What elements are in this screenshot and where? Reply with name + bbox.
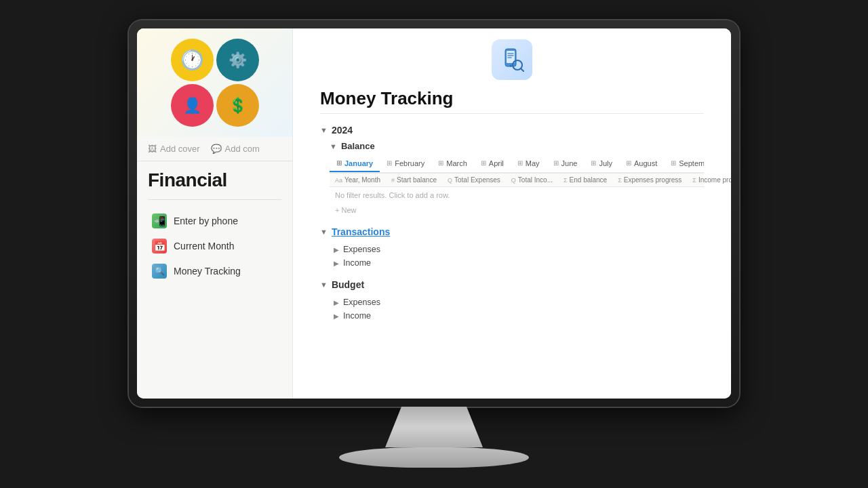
sidebar: 🕐 ⚙️ 👤 💲 🖼 Add cover 💬 Add com <box>137 28 293 399</box>
col-start-balance-icon: # <box>391 177 395 184</box>
transactions-income[interactable]: ▶ Income <box>320 256 704 270</box>
money-tracking-icon: 🔍 <box>152 264 167 279</box>
tab-august-icon: ⊞ <box>626 159 631 167</box>
tab-june[interactable]: ⊞ June <box>547 155 585 172</box>
transactions-arrow: ▼ <box>320 228 328 236</box>
tab-may[interactable]: ⊞ May <box>511 155 547 172</box>
balance-label: Balance <box>341 141 375 151</box>
emoji-dollar: 💲 <box>216 84 259 127</box>
sidebar-title: Financial <box>137 161 292 197</box>
svg-rect-1 <box>507 51 515 63</box>
tab-march-label: March <box>446 159 467 167</box>
transactions-income-arrow: ▶ <box>334 260 339 267</box>
col-end-balance: Σ End balance <box>558 174 612 186</box>
nav-item-money-tracking[interactable]: 🔍 Money Tracking <box>141 259 288 283</box>
tab-april-icon: ⊞ <box>481 159 486 167</box>
month-tabs: ⊞ January ⊞ February ⊞ March <box>330 155 704 173</box>
add-comment-label: Add com <box>225 144 260 154</box>
tab-may-label: May <box>526 159 540 167</box>
col-total-expenses: Q Total Expenses <box>442 174 506 186</box>
budget-income-arrow: ▶ <box>334 312 339 320</box>
emoji-gear: ⚙️ <box>216 39 259 81</box>
nav-item-current-month[interactable]: 📅 Current Month <box>141 234 288 258</box>
col-end-balance-icon: Σ <box>564 177 568 184</box>
col-start-balance: # Start balance <box>386 174 442 186</box>
tab-july-icon: ⊞ <box>591 159 596 167</box>
enter-by-phone-label: Enter by phone <box>174 216 238 226</box>
tab-march[interactable]: ⊞ March <box>431 155 474 172</box>
tab-september-label: September <box>679 159 704 167</box>
table-new-row[interactable]: + New <box>330 203 704 217</box>
transactions-income-label: Income <box>343 258 371 268</box>
main-content: Money Tracking ▼ 2024 ▼ Balance <box>293 28 731 399</box>
svg-point-2 <box>510 65 512 67</box>
col-expenses-progress-label: Expenses progress <box>624 176 682 184</box>
tab-august-label: August <box>634 159 657 167</box>
budget-income[interactable]: ▶ Income <box>320 309 704 323</box>
table-empty-message: No filter results. Click to add a row. <box>330 187 704 203</box>
page-title: Money Tracking <box>320 85 704 109</box>
tab-august[interactable]: ⊞ August <box>619 155 664 172</box>
sidebar-nav: 📲 Enter by phone 📅 Current Month 🔍 Money… <box>137 203 292 289</box>
tab-february-label: February <box>395 159 425 167</box>
comment-icon: 💬 <box>211 144 222 154</box>
budget-expenses[interactable]: ▶ Expenses <box>320 296 704 309</box>
emoji-person: 👤 <box>171 84 214 127</box>
add-comment-button[interactable]: 💬 Add com <box>211 144 260 154</box>
tab-march-icon: ⊞ <box>438 159 443 167</box>
tab-january-label: January <box>344 159 373 167</box>
budget-arrow: ▼ <box>320 281 328 289</box>
transactions-label: Transactions <box>332 226 390 237</box>
svg-line-4 <box>521 68 524 71</box>
monitor-bezel: 🕐 ⚙️ 👤 💲 🖼 Add cover 💬 Add com <box>129 20 739 407</box>
balance-header[interactable]: ▼ Balance <box>330 141 704 151</box>
tab-february-icon: ⊞ <box>387 159 392 167</box>
tab-june-label: June <box>561 159 578 167</box>
add-cover-label: Add cover <box>160 144 200 154</box>
transactions-expenses[interactable]: ▶ Expenses <box>320 243 704 256</box>
add-cover-button[interactable]: 🖼 Add cover <box>148 144 200 154</box>
balance-arrow: ▼ <box>330 142 337 150</box>
col-year-month-icon: Aa <box>335 177 342 184</box>
tab-july-label: July <box>599 159 612 167</box>
balance-subsection: ▼ Balance ⊞ January ⊞ <box>330 141 704 217</box>
year-2024-section: ▼ 2024 ▼ Balance ⊞ <box>320 125 704 217</box>
budget-toggle[interactable]: ▼ Budget <box>320 279 704 290</box>
current-month-label: Current Month <box>174 241 234 251</box>
tab-april[interactable]: ⊞ April <box>474 155 511 172</box>
tab-july[interactable]: ⊞ July <box>584 155 619 172</box>
main-top-icon-area <box>293 28 731 85</box>
col-end-balance-label: End balance <box>570 176 608 184</box>
monitor-wrapper: 🕐 ⚙️ 👤 💲 🖼 Add cover 💬 Add com <box>129 20 739 468</box>
monitor-base <box>339 447 529 468</box>
tab-september[interactable]: ⊞ September <box>664 155 704 172</box>
budget-label: Budget <box>332 279 364 290</box>
col-total-expenses-label: Total Expenses <box>454 176 500 184</box>
sidebar-divider <box>148 199 281 200</box>
tab-february[interactable]: ⊞ February <box>380 155 431 172</box>
page-title-divider <box>320 113 704 114</box>
col-year-month: Aa Year, Month <box>330 174 386 186</box>
main-scroll-area[interactable]: Money Tracking ▼ 2024 ▼ Balance <box>293 85 731 399</box>
new-row-label: + New <box>335 206 357 214</box>
page-top-icon <box>492 39 532 80</box>
col-start-balance-label: Start balance <box>397 176 437 184</box>
transactions-expenses-label: Expenses <box>343 245 380 254</box>
emoji-clock: 🕐 <box>171 39 214 81</box>
tab-june-icon: ⊞ <box>553 159 559 167</box>
col-income-progress-icon: Σ <box>692 177 696 184</box>
tab-january-icon: ⊞ <box>336 159 342 167</box>
emoji-grid: 🕐 ⚙️ 👤 💲 <box>171 39 259 127</box>
year-2024-toggle[interactable]: ▼ 2024 <box>320 125 704 136</box>
nav-item-enter-by-phone[interactable]: 📲 Enter by phone <box>141 209 288 233</box>
enter-by-phone-icon: 📲 <box>152 214 167 228</box>
tab-january[interactable]: ⊞ January <box>330 155 380 172</box>
image-icon: 🖼 <box>148 144 157 154</box>
col-expenses-progress: Σ Expenses progress <box>612 174 687 186</box>
tab-may-icon: ⊞ <box>517 159 523 167</box>
table-header: Aa Year, Month # Start balance Q Total E… <box>330 173 704 187</box>
budget-expenses-label: Expenses <box>343 298 380 307</box>
transactions-toggle[interactable]: ▼ Transactions <box>320 226 704 237</box>
sidebar-emoji-banner: 🕐 ⚙️ 👤 💲 <box>137 28 292 137</box>
money-tracking-label: Money Tracking <box>174 266 241 277</box>
